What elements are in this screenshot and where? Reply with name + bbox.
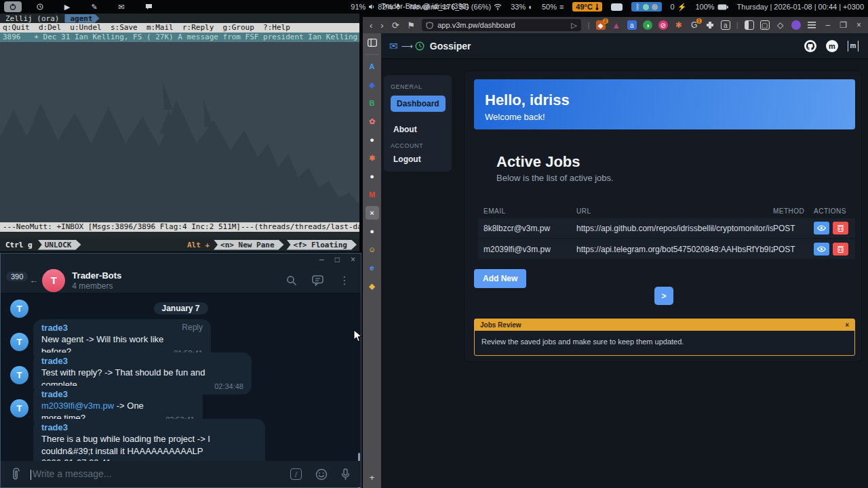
tab-favicon-github[interactable]: ● [366,133,379,146]
highlight-icon[interactable]: ◇ [776,20,785,30]
table-row[interactable]: 8k8lbzcr@v3m.pw https://api.github.com/r… [478,218,855,238]
browser-reload-button[interactable]: ⟳ [392,20,399,30]
tab-favicon-bug[interactable]: ✱ [366,151,379,165]
gateway-extension-icon[interactable]: G1 [690,20,699,30]
chat-minimize-button[interactable]: – [319,255,324,264]
site-logo[interactable]: ✉ ⟶ Gossiper [389,40,471,52]
mail-icon[interactable]: ✉ [113,1,130,12]
bluetooth-indicator[interactable]: ᛒ [631,2,662,12]
sender-avatar[interactable]: T [10,300,28,318]
attach-icon[interactable] [10,468,22,481]
more-menu-icon[interactable]: ⋮ [339,274,350,287]
github-icon[interactable] [804,40,816,52]
power-icon[interactable] [4,1,22,12]
sender-avatar[interactable]: T [10,333,28,351]
table-row[interactable]: m2039lfi@v3m.pw https://api.telegram.org… [478,239,855,259]
tab-favicon-hexagon[interactable]: ◆ [366,279,379,293]
browser-forward-button[interactable]: › [380,20,383,30]
bot-commands-icon[interactable]: / [290,468,302,480]
date-divider[interactable]: January 7 [153,302,208,314]
clock-icon[interactable] [31,1,49,12]
tab-favicon-b[interactable]: B [366,96,379,110]
tab-favicon-e[interactable]: e [366,261,379,274]
view-job-button[interactable] [814,243,829,256]
url-bar[interactable]: app.v3m.pw/dashboard ▷ [422,19,581,31]
delete-job-button[interactable] [833,243,848,256]
chat-bubble-icon[interactable] [140,1,157,12]
add-new-button[interactable]: Add New [474,269,526,288]
delete-job-button[interactable] [833,222,848,235]
zellij-tab-agent[interactable]: agent [64,14,99,23]
browser-back-button[interactable]: ‹ [370,20,372,30]
color-swatch[interactable] [611,3,623,11]
volume-indicator[interactable]: 91% 82% [351,3,401,11]
shield-extension-icon[interactable]: ◆2 [596,20,606,30]
nav-item-dashboard[interactable]: Dashboard [391,96,446,112]
pagination-next-button[interactable]: > [654,287,673,305]
group-avatar[interactable]: T [42,269,65,292]
bug-extension-icon[interactable]: ✱ [674,20,684,30]
browser-close-button[interactable]: × [856,20,861,30]
gamma-indicator[interactable]: 50% ≡ [542,3,564,11]
emoji-icon[interactable] [315,468,328,481]
tab-favicon-a[interactable]: A [366,60,379,73]
tab-favicon-shield[interactable]: ◈ [366,78,379,92]
tab-favicon-flower[interactable]: ✿ [366,115,379,128]
chat-messages-area[interactable]: January 7 T trade3 Reply New agent -> Wi… [1,293,361,462]
new-tab-button[interactable]: + [370,472,375,483]
triangle-extension-icon[interactable]: ▲ [612,20,621,30]
tab-favicon-gmail[interactable]: M [366,188,379,201]
edit-icon[interactable]: ✎ [85,1,103,12]
search-icon[interactable] [286,275,297,286]
tab-favicon-github-2[interactable]: ● [366,169,379,183]
url-text[interactable]: app.v3m.pw/dashboard [437,21,515,29]
battery-indicator[interactable]: 100% [695,3,728,11]
browser-bookmark-button[interactable]: ⚑ [408,20,416,30]
notice-close-icon[interactable]: × [845,321,849,329]
sender-name[interactable]: trade3 [41,389,195,399]
send-page-icon[interactable]: ▷ [571,21,576,30]
account-avatar-icon[interactable] [791,20,801,30]
brightness-indicator[interactable]: 33% ◐ [511,3,533,11]
zellij-hint-floating[interactable]: <f> Floating [287,240,357,250]
back-button[interactable]: 390 ← [6,275,38,285]
zellij-hint-new-pane[interactable]: <n> New Pane [214,240,283,250]
tab-favicon-github-3[interactable]: ● [366,224,379,238]
nav-item-about[interactable]: About [393,125,445,134]
mastodon-icon[interactable]: m [826,40,838,52]
neomutt-selected-mail-row[interactable]: 3896 + Dec 31 Ian Kelling, FS ( 27K) A m… [0,33,359,42]
chat-titlebar[interactable]: – □ × [1,253,361,268]
blocker-extension-icon[interactable]: ⊘ [658,20,668,30]
browser-minimize-button[interactable]: – [826,20,831,30]
network-indicator[interactable]: Nevalink_176_5G (66%) [410,3,502,11]
chat-close-button[interactable]: × [351,255,355,264]
translate-extension-icon[interactable]: a [627,20,637,30]
chat-group-title[interactable]: Trader-Bots [72,270,121,281]
temperature-indicator[interactable]: 49°C [572,2,602,12]
tab-active-close-icon[interactable]: × [366,206,379,220]
sidebar-toggle-icon[interactable] [745,20,754,30]
media-play-icon[interactable]: ▶ [58,1,76,12]
reader-mode-icon[interactable]: a [721,20,730,30]
nav-item-logout[interactable]: Logout [393,155,445,164]
zellij-mode-unlock[interactable]: UNLOCK [38,240,81,250]
tabstrip-panel-toggle-icon[interactable] [366,36,379,49]
privacy-extension-icon[interactable]: ◑ [643,20,652,30]
matrix-icon[interactable]: m [848,41,859,52]
topics-icon[interactable] [312,275,324,286]
reply-label[interactable]: Reply [182,323,203,333]
site-permissions-icon[interactable] [426,22,433,29]
tab-favicon-smiley[interactable]: ☺ [366,243,379,256]
container-tab-icon[interactable]: ▢ [760,20,770,30]
view-job-button[interactable] [814,222,829,235]
chat-maximize-button[interactable]: □ [335,255,340,264]
menu-icon[interactable] [807,20,816,30]
sender-name[interactable]: trade3 [41,422,257,432]
sender-avatar[interactable]: T [10,366,28,384]
sender-avatar[interactable]: T [10,399,28,418]
sender-name[interactable]: trade3 [41,356,243,366]
datetime-label[interactable]: Thursday | 2026-01-08 | 00:44 | +0300 [737,3,864,11]
terminal-body[interactable] [0,42,359,222]
extensions-puzzle-icon[interactable] [705,20,715,30]
message-input[interactable]: Write a message... [31,468,111,480]
